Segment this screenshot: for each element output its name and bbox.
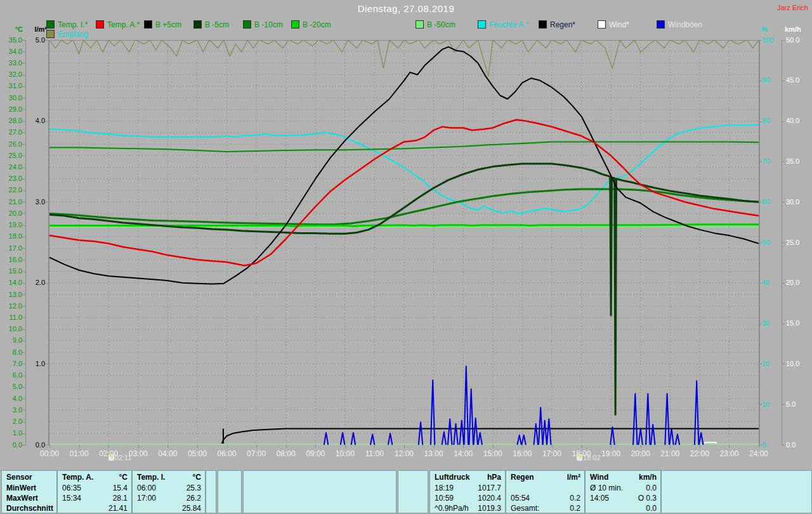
temp-i-series [49, 142, 759, 152]
kmh-tick: 0.0 [786, 442, 808, 449]
panel-row: 18:191017.7 [430, 484, 505, 494]
table-row-label: MinWert [2, 484, 56, 494]
b-plus5cm-legend-swatch [144, 20, 152, 29]
time-marker-label: 02:11 [115, 454, 132, 461]
celsius-tick: 16.0 [4, 256, 22, 263]
table-panel-empty [243, 470, 396, 513]
panel-row-time: 10:59 [435, 494, 454, 503]
windboeen-spike [431, 380, 435, 445]
panel-row: 10:591020.4 [430, 494, 505, 504]
unit-celsius: °C [4, 25, 23, 33]
panel-row-value: 0.2 [570, 504, 580, 513]
time-marker: 18:02 [577, 454, 601, 461]
sensor-header: Sensor [6, 473, 32, 482]
windboeen-spike [469, 389, 474, 445]
x-axis-tick-mark [49, 445, 50, 448]
panel-row-value: 0.2 [570, 494, 580, 503]
temp-a-legend-label: Temp. A.* [107, 20, 140, 29]
windboeen-spike [517, 435, 521, 445]
windboeen-spike [539, 407, 543, 445]
panel-row-time: 18:19 [435, 484, 454, 492]
windboeen-legend-swatch [657, 20, 665, 29]
panel-row-value: 1019.3 [478, 504, 501, 513]
windboeen-legend-label: Windböen [668, 20, 702, 29]
x-axis-tick-mark [79, 445, 80, 448]
panel-row-time: 06:35 [62, 484, 81, 492]
x-axis-tick: 01:00 [65, 449, 94, 458]
panel-title: Regen [511, 473, 534, 482]
celsius-tick: 29.0 [4, 106, 22, 113]
row-label: MaxWert [6, 494, 38, 503]
celsius-tick: 0.0 [4, 442, 22, 449]
celsius-tick: 13.0 [4, 291, 22, 298]
x-axis-tick-mark [286, 445, 287, 448]
panel-row-value: 26.2 [187, 494, 201, 503]
kmh-tick: 25.0 [786, 239, 808, 246]
panel-title: Temp. I. [137, 473, 165, 482]
windboeen-spike [547, 419, 551, 445]
x-axis-tick: 08:00 [272, 449, 301, 458]
x-axis-tick-mark [700, 445, 700, 448]
celsius-tick: 30.0 [4, 95, 22, 102]
legend-item-b-plus5cm: B +5cm [144, 20, 181, 27]
x-axis-tick: 22:00 [685, 449, 714, 458]
legend-item-empfang: Empfang [46, 29, 88, 37]
x-axis-tick-mark [670, 445, 671, 448]
x-axis-tick-mark [434, 445, 435, 448]
celsius-tick: 34.0 [4, 48, 22, 55]
x-axis-tick-mark [256, 445, 257, 448]
windboeen-spike [478, 433, 483, 445]
celsius-tick: 1.0 [4, 430, 22, 437]
percent-tick: 40 [762, 279, 778, 286]
panel-row: Ø 10 min.0.0 [586, 484, 660, 494]
windboeen-spike [646, 394, 650, 445]
legend-item-b-minus10cm: B -10cm [243, 20, 283, 27]
x-axis-tick-mark [315, 445, 316, 448]
legend-item-b-minus20cm: B -20cm [291, 20, 331, 27]
celsius-tick: 7.0 [4, 360, 22, 367]
kmh-tick: 20.0 [786, 279, 808, 286]
lm2-tick: 2.0 [28, 279, 45, 286]
lm2-tick: 0.0 [28, 442, 45, 449]
panel-unit: hPa [487, 473, 501, 482]
kmh-tick: 30.0 [786, 199, 808, 206]
temp-a-legend-swatch [96, 20, 104, 29]
page-title: Dienstag, 27.08.2019 [0, 3, 812, 14]
panel-row-value: 25.84 [182, 504, 201, 513]
windboeen-spike [454, 424, 458, 445]
panel-header: Temp. I.°C [133, 473, 205, 483]
table-panel-empty [218, 470, 242, 513]
temp-i-legend-label: Temp. I.* [58, 20, 88, 29]
x-axis-tick-mark [759, 445, 759, 448]
chart-plot-area [49, 40, 759, 445]
celsius-tick: 28.0 [4, 117, 22, 124]
b-minus50cm-legend-label: B -50cm [427, 20, 455, 29]
panel-row: 15:3428.1 [58, 494, 131, 504]
panel-unit: km/h [639, 473, 657, 482]
panel-row-time: 17:00 [137, 494, 156, 503]
legend-item-wind: Wind* [598, 20, 629, 27]
windboeen-spike [633, 394, 638, 445]
panel-row-time: Gesamt: [511, 504, 539, 513]
celsius-tick: 31.0 [4, 82, 22, 89]
panel-title: Luftdruck [435, 473, 469, 482]
b-minus5cm-legend-label: B -5cm [205, 20, 229, 29]
percent-tick: 30 [762, 320, 778, 327]
celsius-tick: 26.0 [4, 141, 22, 148]
x-axis-tick-mark [404, 445, 405, 448]
windboeen-spike [534, 424, 539, 445]
windboeen-spike [341, 433, 345, 445]
table-panel-luftdruck: LuftdruckhPa18:191017.710:591020.4^0.9hP… [429, 470, 506, 513]
x-axis-tick-mark [374, 445, 375, 448]
percent-tick: 90 [762, 77, 778, 84]
x-axis-tick-mark [582, 445, 582, 448]
windboeen-spike [665, 394, 669, 445]
panel-header: Windkm/h [586, 473, 660, 483]
table-panel-empty [206, 470, 216, 513]
celsius-tick: 15.0 [4, 268, 22, 275]
x-axis-tick: 20:00 [626, 449, 655, 458]
kmh-tick: 45.0 [786, 77, 808, 84]
legend-item-regen: Regen* [539, 20, 575, 27]
x-axis-tick: 04:00 [153, 449, 182, 458]
lm2-tick: 4.0 [28, 117, 45, 124]
